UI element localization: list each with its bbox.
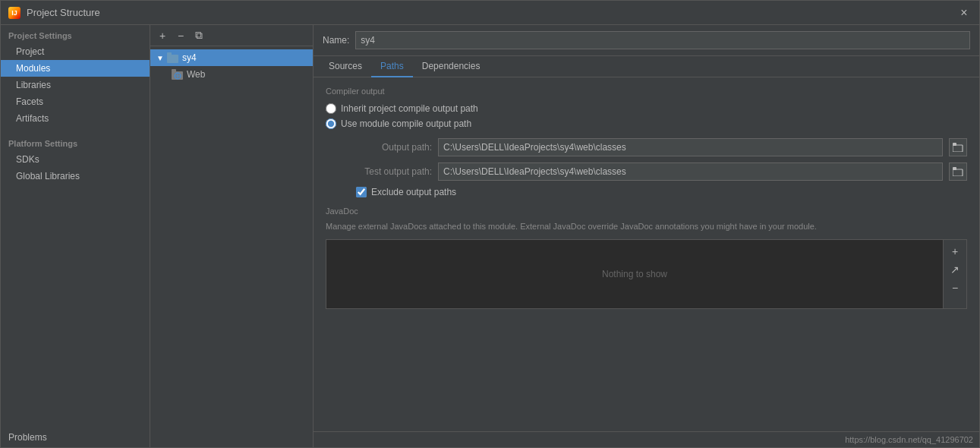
test-output-path-browse-button[interactable] — [949, 162, 967, 181]
window-title: Project Structure — [27, 7, 956, 18]
use-module-radio-label: Use module compile output path — [341, 118, 471, 129]
inherit-radio-label: Inherit project compile output path — [341, 103, 478, 114]
test-output-path-label: Test output path: — [341, 166, 432, 177]
web-folder-icon — [172, 68, 184, 80]
svg-rect-7 — [953, 145, 963, 152]
svg-rect-8 — [953, 143, 956, 146]
svg-rect-1 — [167, 52, 172, 55]
tab-sources[interactable]: Sources — [320, 56, 371, 77]
javadoc-add-from-button[interactable]: ↗ — [947, 261, 963, 278]
tree-toolbar: + − ⧉ — [150, 25, 313, 46]
add-module-button[interactable]: + — [155, 28, 170, 43]
compiler-output-radio-group: Inherit project compile output path Use … — [326, 103, 967, 129]
tab-dependencies[interactable]: Dependencies — [413, 56, 490, 77]
inherit-radio-row: Inherit project compile output path — [326, 103, 967, 114]
test-output-path-input[interactable] — [438, 162, 943, 181]
paths-tab-content: Compiler output Inherit project compile … — [314, 77, 979, 431]
project-structure-window: IJ Project Structure × Project Settings … — [0, 0, 980, 448]
output-path-input[interactable] — [438, 138, 943, 156]
test-output-path-row: Test output path: — [326, 162, 967, 181]
footer-url: https://blog.csdn.net/qq_41296702 — [314, 431, 979, 447]
javadoc-area: Nothing to show + ↗ − — [326, 239, 967, 309]
project-settings-label: Project Settings — [1, 25, 150, 43]
sidebar-item-global-libraries[interactable]: Global Libraries — [1, 168, 150, 185]
output-path-row: Output path: — [326, 138, 967, 156]
javadoc-title: JavaDoc — [326, 207, 967, 216]
use-module-radio[interactable] — [326, 118, 336, 129]
copy-module-button[interactable]: ⧉ — [191, 28, 206, 43]
exclude-checkbox[interactable] — [356, 187, 367, 197]
name-input[interactable] — [355, 31, 970, 49]
use-module-radio-row: Use module compile output path — [326, 118, 967, 129]
tabs-bar: Sources Paths Dependencies — [314, 56, 979, 77]
close-button[interactable]: × — [956, 5, 972, 21]
sidebar-item-project[interactable]: Project — [1, 43, 150, 60]
javadoc-add-button[interactable]: + — [947, 243, 963, 260]
svg-rect-9 — [953, 169, 963, 176]
sidebar-item-artifacts[interactable]: Artifacts — [1, 110, 150, 127]
nothing-to-show: Nothing to show — [602, 269, 667, 279]
tree-content: ▼ sy4 — [150, 46, 313, 447]
exclude-checkbox-label: Exclude output paths — [371, 187, 456, 197]
sidebar: Project Settings Project Modules Librari… — [1, 25, 150, 447]
svg-rect-0 — [167, 55, 178, 63]
app-icon: IJ — [8, 7, 20, 19]
exclude-checkbox-row: Exclude output paths — [326, 187, 967, 197]
sidebar-item-modules[interactable]: Modules — [1, 60, 150, 77]
output-path-browse-button[interactable] — [949, 138, 967, 156]
sidebar-item-facets[interactable]: Facets — [1, 93, 150, 110]
tree-item-sy4[interactable]: ▼ sy4 — [150, 49, 313, 66]
content-panel: Name: Sources Paths Dependencies Compile… — [314, 25, 979, 447]
javadoc-list: Nothing to show — [326, 240, 943, 308]
name-row: Name: — [314, 25, 979, 56]
sidebar-item-sdks[interactable]: SDKs — [1, 151, 150, 168]
javadoc-buttons: + ↗ − — [943, 240, 966, 308]
module-folder-icon — [167, 52, 179, 64]
compiler-output-label: Compiler output — [326, 87, 967, 96]
svg-rect-10 — [953, 167, 956, 170]
main-content: Project Settings Project Modules Librari… — [1, 25, 979, 447]
output-path-label: Output path: — [341, 142, 432, 153]
javadoc-remove-button[interactable]: − — [947, 279, 963, 296]
title-bar: IJ Project Structure × — [1, 1, 979, 25]
tab-paths[interactable]: Paths — [371, 56, 413, 77]
inherit-radio[interactable] — [326, 103, 336, 114]
tree-item-web[interactable]: Web — [150, 66, 313, 83]
javadoc-desc: Manage external JavaDocs attached to thi… — [326, 220, 967, 233]
platform-settings-label: Platform Settings — [1, 133, 150, 151]
name-label: Name: — [323, 35, 349, 46]
javadoc-section: JavaDoc Manage external JavaDocs attache… — [326, 207, 967, 309]
sidebar-item-problems[interactable]: Problems — [1, 427, 150, 447]
tree-arrow: ▼ — [156, 54, 165, 62]
remove-module-button[interactable]: − — [173, 28, 188, 43]
svg-rect-3 — [172, 69, 176, 72]
tree-panel: + − ⧉ ▼ sy4 — [150, 25, 314, 447]
sidebar-item-libraries[interactable]: Libraries — [1, 77, 150, 93]
